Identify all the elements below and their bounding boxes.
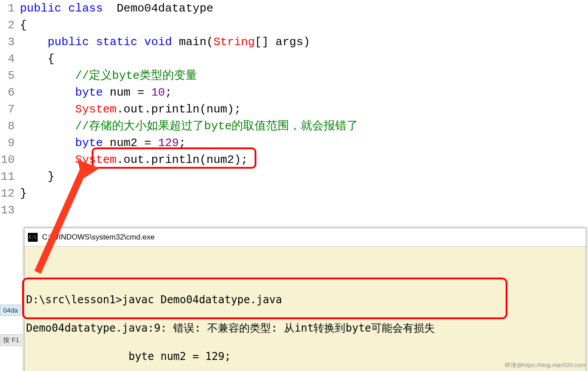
line-number: 2 (0, 17, 15, 34)
code-editor: 12345678910111213 public class Demo04dat… (0, 0, 588, 219)
line-number: 11 (0, 168, 15, 185)
code-token: ; (179, 136, 186, 150)
code-line[interactable]: //定义byte类型的变量 (20, 67, 588, 84)
line-number: 1 (0, 0, 15, 17)
code-token (20, 120, 75, 133)
code-token (20, 136, 75, 150)
line-number: 3 (0, 34, 15, 50)
code-token: 129 (158, 136, 179, 150)
line-number: 12 (0, 185, 15, 202)
line-number: 5 (0, 67, 15, 84)
line-number-gutter: 12345678910111213 (0, 0, 20, 219)
code-token: { (20, 52, 54, 66)
line-number: 8 (0, 118, 15, 135)
code-token: //定义byte类型的变量 (75, 69, 197, 82)
code-token: byte (75, 136, 103, 150)
code-token (20, 35, 47, 49)
code-token: Demo04datatype (103, 2, 213, 15)
code-token: ; (165, 86, 172, 99)
code-token (20, 86, 75, 99)
code-token: public static void (47, 35, 172, 49)
code-token (20, 69, 75, 82)
cmd-title-text: C:\WINDOWS\system32\cmd.exe (42, 233, 155, 242)
tab-fragment-2[interactable]: 按 F1 (0, 334, 23, 346)
code-token: String (213, 35, 255, 49)
code-token: byte (75, 86, 103, 99)
line-number: 13 (0, 202, 15, 219)
line-number: 7 (0, 101, 15, 118)
code-token: 10 (151, 86, 165, 99)
code-token: main( (172, 35, 213, 49)
cmd-titlebar[interactable]: C:\WINDOWS\system32\cmd.exe (24, 228, 586, 247)
code-line[interactable]: public static void main(String[] args) (20, 34, 588, 50)
code-content[interactable]: public class Demo04datatype{ public stat… (20, 0, 588, 219)
cmd-output[interactable]: D:\src\lesson1>javac Demo04datatype.java… (24, 247, 586, 371)
line-number: 6 (0, 84, 15, 101)
code-line[interactable]: public class Demo04datatype (20, 0, 588, 17)
code-token: System (75, 153, 117, 166)
line-number: 10 (0, 151, 15, 168)
code-line[interactable]: } (20, 168, 588, 185)
cmd-line: D:\src\lesson1>javac Demo04datatype.java (26, 293, 584, 307)
cmd-window: C:\WINDOWS\system32\cmd.exe D:\src\lesso… (24, 228, 586, 371)
code-line[interactable]: System.out.println(num2); (20, 151, 588, 168)
cmd-line: byte num2 = 129; (26, 349, 584, 363)
line-number: 9 (0, 135, 15, 151)
code-token: //存储的大小如果超过了byte的取值范围，就会报错了 (75, 120, 359, 133)
cmd-line (26, 264, 584, 278)
code-line[interactable]: System.out.println(num); (20, 101, 588, 118)
watermark: 梓潼@https://blog.ntan520.com (505, 361, 585, 369)
code-token: num2 = (103, 136, 158, 150)
line-number: 4 (0, 50, 15, 67)
code-token (20, 153, 75, 166)
code-token: } (20, 187, 27, 200)
code-token: num = (103, 86, 151, 99)
tab-fragment-1[interactable]: 04da (0, 305, 21, 316)
code-line[interactable]: { (20, 17, 588, 34)
code-token (20, 103, 75, 116)
code-token: [] args) (255, 35, 310, 49)
code-token: .out.println(num); (116, 103, 241, 116)
code-token: { (20, 19, 27, 32)
code-token: .out.println(num2); (116, 153, 248, 166)
code-token: } (20, 170, 54, 183)
code-line[interactable] (20, 202, 588, 219)
cmd-line: Demo04datatype.java:9: 错误: 不兼容的类型: 从int转… (26, 321, 584, 335)
code-line[interactable]: //存储的大小如果超过了byte的取值范围，就会报错了 (20, 118, 588, 135)
code-line[interactable]: byte num2 = 129; (20, 135, 588, 151)
code-line[interactable]: { (20, 50, 588, 67)
code-token: System (75, 103, 117, 116)
code-token: public class (20, 2, 103, 15)
code-line[interactable]: } (20, 185, 588, 202)
code-line[interactable]: byte num = 10; (20, 84, 588, 101)
cmd-icon (28, 233, 38, 242)
